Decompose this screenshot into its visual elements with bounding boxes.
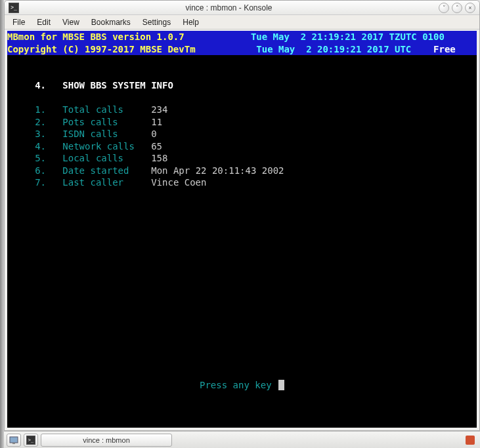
section-title: SHOW BBS SYSTEM INFO: [62, 80, 173, 91]
show-desktop-button[interactable]: [7, 434, 21, 447]
desktop-icon: [9, 436, 18, 445]
menu-edit[interactable]: Edit: [32, 16, 56, 28]
window-controls: ˅ ˄ ×: [439, 3, 475, 13]
press-any-key: Press any key: [200, 380, 277, 390]
cursor: [278, 380, 284, 390]
prompt-line: Press any key: [7, 379, 477, 392]
label-last-caller: Last caller: [62, 177, 135, 188]
section-header: 4. SHOW BBS SYSTEM INFO: [7, 79, 477, 92]
menu-settings[interactable]: Settings: [137, 16, 176, 28]
menu-view[interactable]: View: [57, 16, 85, 28]
header-line-1: MBmon for MBSE BBS version 1.0.7 Tue May…: [7, 31, 477, 43]
section-number: 4.: [35, 80, 46, 91]
terminal-icon: [9, 3, 19, 13]
minimize-button[interactable]: ˅: [439, 3, 449, 13]
terminal-area[interactable]: MBmon for MBSE BBS version 1.0.7 Tue May…: [7, 31, 477, 428]
task-entry-label: vince : mbmon: [83, 436, 130, 444]
label-network-calls: Network calls: [62, 141, 135, 152]
row-local-calls: 5. Local calls 158: [7, 152, 477, 165]
window-title: vince : mbmon - Konsole: [23, 3, 435, 12]
value-total-calls: 234: [151, 104, 167, 115]
task-entry-mbmon[interactable]: vince : mbmon: [41, 434, 172, 447]
label-local-calls: Local calls: [62, 153, 135, 163]
konsole-window: vince : mbmon - Konsole ˅ ˄ × File Edit …: [4, 0, 480, 431]
system-tray: [466, 436, 477, 445]
menubar: File Edit View Bookmarks Settings Help: [5, 15, 479, 30]
close-button[interactable]: ×: [465, 3, 475, 13]
free-label: Free: [433, 44, 456, 54]
svg-rect-0: [10, 437, 18, 443]
konsole-launcher-button[interactable]: [24, 434, 38, 447]
menu-file[interactable]: File: [7, 16, 30, 28]
value-isdn-calls: 0: [151, 129, 156, 139]
label-date-started: Date started: [62, 165, 135, 176]
terminal-icon: [26, 436, 35, 445]
menu-bookmarks[interactable]: Bookmarks: [86, 16, 136, 28]
maximize-button[interactable]: ˄: [452, 3, 462, 13]
value-last-caller: Vince Coen: [151, 177, 206, 188]
row-network-calls: 4. Network calls 65: [7, 140, 477, 153]
value-network-calls: 65: [151, 141, 162, 152]
tray-notification-icon[interactable]: [466, 436, 475, 445]
row-date-started: 6. Date started Mon Apr 22 20:11:43 2002: [7, 165, 477, 177]
value-pots-calls: 11: [151, 117, 162, 127]
datetime-utc: Tue May 2 20:19:21 2017 UTC: [256, 44, 411, 54]
value-local-calls: 158: [151, 153, 167, 163]
row-total-calls: 1. Total calls 234: [7, 104, 477, 116]
svg-rect-1: [12, 443, 15, 444]
value-date-started: Mon Apr 22 20:11:43 2002: [151, 165, 284, 176]
titlebar[interactable]: vince : mbmon - Konsole ˅ ˄ ×: [5, 1, 479, 15]
taskbar: vince : mbmon: [4, 431, 480, 448]
copyright: Copyright (C) 1997-2017 MBSE DevTm: [7, 44, 196, 54]
datetime-tzutc: Tue May 2 21:19:21 2017 TZUTC 0100: [251, 31, 445, 42]
label-total-calls: Total calls: [62, 104, 135, 115]
label-pots-calls: Pots calls: [62, 117, 135, 127]
row-isdn-calls: 3. ISDN calls 0: [7, 128, 477, 140]
menu-help[interactable]: Help: [177, 16, 204, 28]
app-version: MBmon for MBSE BBS version 1.0.7: [7, 31, 185, 42]
label-isdn-calls: ISDN calls: [62, 129, 135, 139]
row-last-caller: 7. Last caller Vince Coen: [7, 176, 477, 189]
header-line-2: Copyright (C) 1997-2017 MBSE DevTm Tue M…: [7, 43, 477, 56]
row-pots-calls: 2. Pots calls 11: [7, 116, 477, 129]
